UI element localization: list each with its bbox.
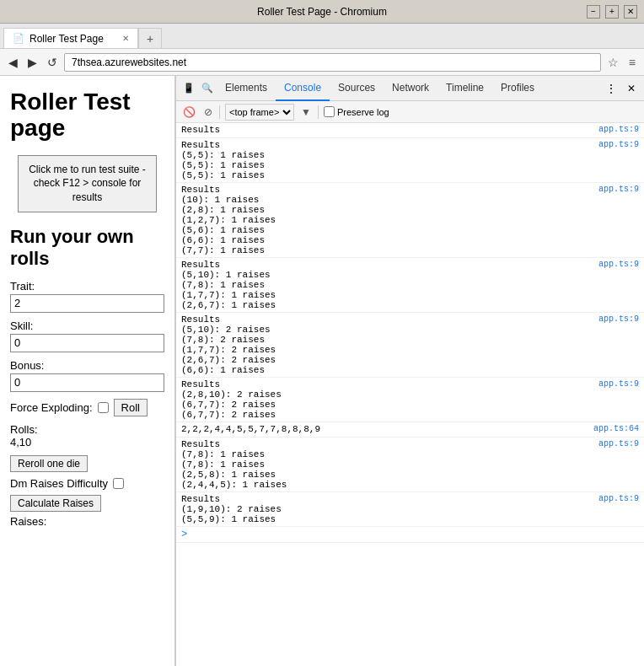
console-caret: > <box>181 529 187 540</box>
toolbar-separator-2 <box>318 105 319 119</box>
frame-select[interactable]: <top frame> <box>225 104 294 121</box>
console-source[interactable]: app.ts:9 <box>593 183 644 196</box>
console-entry: Results (7,8): 1 raises (7,8): 1 raises … <box>176 438 644 492</box>
calculate-raises-button[interactable]: Calculate Raises <box>10 495 101 512</box>
left-panel: Roller Test page Click me to run test su… <box>0 76 175 666</box>
dm-raises-row: Dm Raises Difficulty <box>10 477 164 490</box>
forward-button[interactable]: ▶ <box>24 54 40 71</box>
console-message: Results (5,10): 1 raises (7,8): 1 raises… <box>176 258 593 312</box>
window-title: Roller Test Page - Chromium <box>257 6 387 18</box>
tab-elements[interactable]: Elements <box>217 76 276 101</box>
close-window-button[interactable]: ✕ <box>624 5 637 19</box>
devtools-more-button[interactable]: ⋮ <box>600 82 622 95</box>
bookmark-button[interactable]: ☆ <box>604 54 622 71</box>
toolbar-separator <box>219 105 220 119</box>
console-message: Results (10): 1 raises (2,8): 1 raises (… <box>176 183 593 257</box>
section-title: Run your own rolls <box>10 226 164 270</box>
console-source[interactable]: app.ts:64 <box>588 422 644 435</box>
devtools-panel: 📱 🔍 Elements Console Sources Network Tim… <box>175 76 644 666</box>
skill-label: Skill: <box>10 320 164 332</box>
tab-elements-label: Elements <box>225 82 267 94</box>
console-entry: Results (5,10): 1 raises (7,8): 1 raises… <box>176 258 644 313</box>
preserve-log-text: Preserve log <box>337 107 389 117</box>
page-title: Roller Test page <box>10 89 164 142</box>
tab-close-button[interactable]: ✕ <box>122 34 129 43</box>
menu-button[interactable]: ≡ <box>625 54 639 71</box>
reload-button[interactable]: ↺ <box>44 54 61 71</box>
roll-button[interactable]: Roll <box>114 399 148 416</box>
console-prompt-row: > <box>176 527 644 543</box>
bonus-input[interactable] <box>10 373 164 392</box>
preserve-log-checkbox[interactable] <box>324 106 335 117</box>
tab-icon: 📄 <box>13 33 24 44</box>
maximize-button[interactable]: + <box>605 5 619 19</box>
console-entry: Results (5,10): 2 raises (7,8): 2 raises… <box>176 313 644 378</box>
console-entry: Results (2,8,10): 2 raises (6,7,7): 2 ra… <box>176 378 644 422</box>
dm-raises-label: Dm Raises Difficulty <box>10 477 108 490</box>
devtools-close-button[interactable]: ✕ <box>622 83 641 94</box>
console-message: Results (1,9,10): 2 raises (5,5,9): 1 ra… <box>176 492 593 526</box>
console-message: Results (7,8): 1 raises (7,8): 1 raises … <box>176 438 593 491</box>
tab-profiles[interactable]: Profiles <box>492 76 543 101</box>
window-controls: − + ✕ <box>587 5 637 19</box>
preserve-log-label[interactable]: Preserve log <box>324 106 389 117</box>
filter-dropdown-button[interactable]: ▼ <box>299 106 313 118</box>
console-message: 2,2,2,4,4,5,5,7,7,8,8,8,9 <box>176 422 588 436</box>
console-source[interactable]: app.ts:9 <box>593 492 644 505</box>
tab-sources[interactable]: Sources <box>330 76 384 101</box>
tab-network[interactable]: Network <box>384 76 437 101</box>
tab-bar: 📄 Roller Test Page ✕ + <box>0 24 644 49</box>
console-entry: Results (10): 1 raises (2,8): 1 raises (… <box>176 183 644 258</box>
console-source[interactable]: app.ts:9 <box>593 258 644 271</box>
tab-network-label: Network <box>392 82 429 94</box>
console-entry: Results (1,9,10): 2 raises (5,5,9): 1 ra… <box>176 492 644 527</box>
filter-button[interactable]: ⊘ <box>202 106 214 118</box>
back-button[interactable]: ◀ <box>5 54 21 71</box>
tab-console[interactable]: Console <box>276 76 330 101</box>
force-exploding-checkbox[interactable] <box>98 402 109 413</box>
rolls-value: 4,10 <box>10 436 31 448</box>
devtools-device-icon[interactable]: 📱 <box>180 83 198 94</box>
address-bar[interactable] <box>64 53 601 72</box>
title-bar: Roller Test Page - Chromium − + ✕ <box>0 0 644 24</box>
nav-bar: ◀ ▶ ↺ ☆ ≡ <box>0 49 644 76</box>
browser-tab[interactable]: 📄 Roller Test Page ✕ <box>3 28 138 48</box>
tab-timeline[interactable]: Timeline <box>437 76 492 101</box>
console-source[interactable]: app.ts:9 <box>593 313 644 325</box>
console-content: Results app.ts:9 Results (5,5): 1 raises… <box>176 123 644 666</box>
trait-label: Trait: <box>10 280 164 293</box>
console-message: Results <box>176 123 593 137</box>
rolls-section: Rolls: 4,10 <box>10 423 164 448</box>
clear-console-button[interactable]: 🚫 <box>181 106 197 118</box>
tab-timeline-label: Timeline <box>446 82 484 94</box>
reroll-button[interactable]: Reroll one die <box>10 455 88 472</box>
console-entry: 2,2,2,4,4,5,5,7,7,8,8,8,9 app.ts:64 <box>176 422 644 438</box>
console-message: Results (5,5): 1 raises (5,5): 1 raises … <box>176 138 593 182</box>
devtools-inspect-icon[interactable]: 🔍 <box>198 83 217 94</box>
console-message: Results (2,8,10): 2 raises (6,7,7): 2 ra… <box>176 378 593 422</box>
console-source[interactable]: app.ts:9 <box>593 138 644 151</box>
new-tab-button[interactable]: + <box>138 28 162 48</box>
run-test-button[interactable]: Click me to run test suite - check F12 >… <box>18 155 157 212</box>
skill-input[interactable] <box>10 334 164 352</box>
raises-label: Raises: <box>10 515 164 528</box>
console-source[interactable]: app.ts:9 <box>593 378 644 390</box>
tab-console-label: Console <box>284 82 321 94</box>
main-layout: Roller Test page Click me to run test su… <box>0 76 644 666</box>
tab-sources-label: Sources <box>338 82 375 94</box>
trait-input[interactable] <box>10 294 164 313</box>
console-entry: Results (5,5): 1 raises (5,5): 1 raises … <box>176 138 644 183</box>
rolls-label: Rolls: <box>10 423 38 436</box>
force-exploding-label: Force Exploding: <box>10 401 93 414</box>
console-entry: Results app.ts:9 <box>176 123 644 138</box>
console-message: Results (5,10): 2 raises (7,8): 2 raises… <box>176 313 593 377</box>
minimize-button[interactable]: − <box>587 5 600 19</box>
console-source[interactable]: app.ts:9 <box>593 438 644 450</box>
console-source[interactable]: app.ts:9 <box>593 123 644 136</box>
tab-label: Roller Test Page <box>30 33 104 45</box>
force-exploding-row: Force Exploding: Roll <box>10 399 164 416</box>
devtools-toolbar: 🚫 ⊘ <top frame> ▼ Preserve log <box>176 101 644 123</box>
tab-profiles-label: Profiles <box>501 82 534 94</box>
dm-raises-checkbox[interactable] <box>113 478 124 489</box>
devtools-tabs: 📱 🔍 Elements Console Sources Network Tim… <box>176 76 644 101</box>
